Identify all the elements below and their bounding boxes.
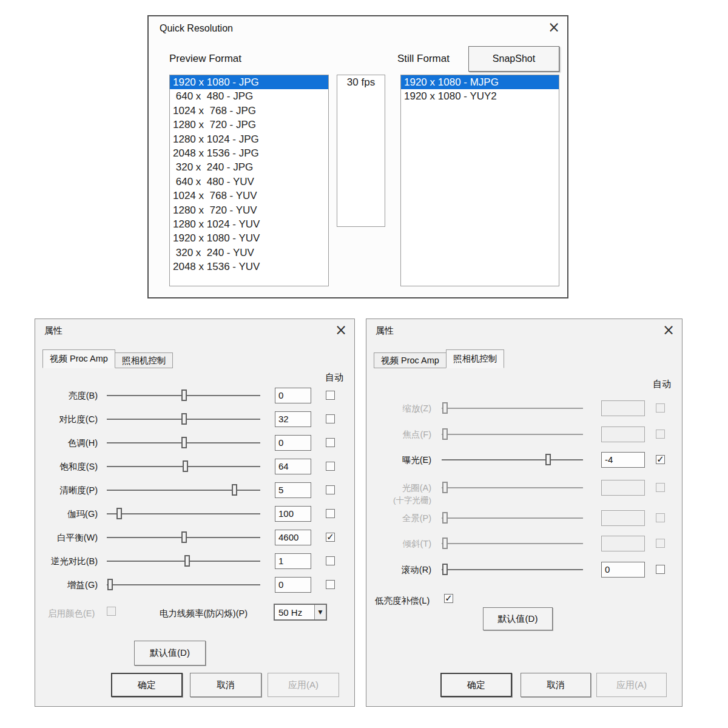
slider-track[interactable] xyxy=(107,584,260,585)
slider-thumb[interactable] xyxy=(442,482,448,493)
slider-thumb[interactable] xyxy=(442,538,448,549)
list-item[interactable]: 640 x 480 - YUV xyxy=(170,175,328,189)
slider-track[interactable] xyxy=(107,513,260,514)
slider-thumb[interactable] xyxy=(181,389,187,401)
auto-checkbox[interactable]: ✓ xyxy=(656,455,665,464)
slider-track[interactable] xyxy=(442,459,583,460)
auto-checkbox[interactable] xyxy=(656,539,665,548)
value-input[interactable]: 0 xyxy=(275,577,311,593)
list-item[interactable]: 1280 x 720 - JPG xyxy=(170,118,328,132)
auto-checkbox[interactable]: ✓ xyxy=(326,533,335,542)
list-item[interactable]: 1920 x 1080 - YUY2 xyxy=(401,89,559,103)
value-input[interactable]: 0 xyxy=(275,435,311,451)
still-format-list[interactable]: 1920 x 1080 - MJPG1920 x 1080 - YUY2 xyxy=(400,75,559,286)
auto-checkbox[interactable] xyxy=(656,403,665,413)
slider-track[interactable] xyxy=(107,395,260,396)
slider-thumb[interactable] xyxy=(232,484,237,496)
slider-thumb[interactable] xyxy=(183,460,188,472)
list-item[interactable]: 320 x 240 - YUV xyxy=(170,246,328,260)
snapshot-button[interactable]: SnapShot xyxy=(468,46,559,72)
list-item[interactable]: 1024 x 768 - YUV xyxy=(170,189,328,203)
slider-track[interactable] xyxy=(442,434,583,435)
powerline-frequency-dropdown[interactable]: 50 Hz ▼ xyxy=(274,604,327,621)
close-icon[interactable]: × xyxy=(335,323,347,337)
list-item[interactable]: 1024 x 768 - JPG xyxy=(170,104,328,118)
close-icon[interactable]: × xyxy=(662,323,675,337)
slider-thumb[interactable] xyxy=(181,531,187,543)
list-item[interactable]: 1920 x 1080 - MJPG xyxy=(401,75,559,89)
list-item[interactable]: 1280 x 1024 - YUV xyxy=(170,217,328,231)
slider-track[interactable] xyxy=(442,543,583,544)
value-input[interactable]: 0 xyxy=(601,562,645,578)
list-item[interactable]: 320 x 240 - JPG xyxy=(170,160,328,174)
slider-thumb[interactable] xyxy=(545,454,551,465)
value-input[interactable]: 5 xyxy=(275,482,311,498)
auto-checkbox[interactable] xyxy=(326,556,335,565)
value-input[interactable]: 4600 xyxy=(275,530,311,545)
auto-checkbox[interactable] xyxy=(326,485,335,494)
slider-track[interactable] xyxy=(107,490,260,491)
slider-track[interactable] xyxy=(107,561,260,562)
value-input[interactable]: 64 xyxy=(275,459,311,474)
slider-thumb[interactable] xyxy=(184,555,190,567)
auto-checkbox[interactable] xyxy=(656,483,665,492)
titlebar[interactable]: Quick Resolution × xyxy=(149,16,567,41)
list-item[interactable]: 1280 x 1024 - JPG xyxy=(170,132,328,146)
slider-thumb[interactable] xyxy=(442,564,448,575)
close-icon[interactable]: × xyxy=(548,20,560,35)
value-input[interactable]: 100 xyxy=(275,506,311,522)
list-item[interactable]: 1920 x 1080 - JPG xyxy=(170,75,328,89)
slider-track[interactable] xyxy=(107,466,260,467)
slider-track[interactable] xyxy=(442,569,583,570)
fps-list[interactable]: 30 fps xyxy=(337,75,385,227)
titlebar[interactable]: 属性 × xyxy=(366,319,682,343)
slider-track[interactable] xyxy=(442,517,583,519)
slider-track[interactable] xyxy=(442,408,583,409)
list-item[interactable]: 1280 x 720 - YUV xyxy=(170,203,328,217)
slider-track[interactable] xyxy=(107,419,260,420)
auto-checkbox[interactable] xyxy=(326,509,335,518)
value-input[interactable] xyxy=(601,426,645,442)
value-input[interactable]: 32 xyxy=(275,411,311,427)
auto-checkbox[interactable] xyxy=(656,430,665,439)
list-item[interactable]: 640 x 480 - JPG xyxy=(170,89,328,103)
auto-checkbox[interactable] xyxy=(326,414,335,423)
tab-camera-control[interactable]: 照相机控制 xyxy=(115,352,174,368)
default-button[interactable]: 默认值(D) xyxy=(134,641,206,666)
list-item[interactable]: 1920 x 1080 - YUV xyxy=(170,231,328,245)
slider-thumb[interactable] xyxy=(442,428,448,440)
slider-track[interactable] xyxy=(442,487,583,488)
auto-checkbox[interactable] xyxy=(656,565,665,574)
slider-track[interactable] xyxy=(107,537,260,538)
value-input[interactable] xyxy=(601,536,645,551)
slider-thumb[interactable] xyxy=(442,402,448,414)
value-input[interactable]: 1 xyxy=(275,553,311,569)
titlebar[interactable]: 属性 × xyxy=(35,319,354,343)
default-button[interactable]: 默认值(D) xyxy=(483,607,553,630)
list-item[interactable]: 2048 x 1536 - JPG xyxy=(170,146,328,160)
cancel-button[interactable]: 取消 xyxy=(521,673,591,697)
slider-thumb[interactable] xyxy=(181,413,187,425)
preview-format-list[interactable]: 1920 x 1080 - JPG 640 x 480 - JPG1024 x … xyxy=(169,75,329,286)
auto-checkbox[interactable] xyxy=(326,462,335,471)
slider-thumb[interactable] xyxy=(107,579,113,590)
auto-checkbox[interactable] xyxy=(326,391,335,400)
tab-camera-control[interactable]: 照相机控制 xyxy=(446,349,505,368)
value-input[interactable] xyxy=(601,510,645,526)
color-enable-checkbox[interactable] xyxy=(107,607,116,616)
tab-video-proc-amp[interactable]: 视频 Proc Amp xyxy=(42,349,115,368)
auto-checkbox[interactable] xyxy=(326,438,335,447)
value-input[interactable]: -4 xyxy=(601,452,645,468)
list-item[interactable]: 30 fps xyxy=(337,75,385,89)
slider-thumb[interactable] xyxy=(181,437,187,448)
value-input[interactable]: 0 xyxy=(275,388,311,403)
value-input[interactable] xyxy=(601,400,645,416)
cancel-button[interactable]: 取消 xyxy=(190,673,261,697)
ok-button[interactable]: 确定 xyxy=(440,673,512,697)
list-item[interactable]: 2048 x 1536 - YUV xyxy=(170,260,328,274)
lowlight-checkbox[interactable]: ✓ xyxy=(444,594,453,603)
slider-track[interactable] xyxy=(107,442,260,443)
slider-thumb[interactable] xyxy=(116,508,122,519)
auto-checkbox[interactable] xyxy=(656,513,665,522)
slider-thumb[interactable] xyxy=(442,512,448,524)
